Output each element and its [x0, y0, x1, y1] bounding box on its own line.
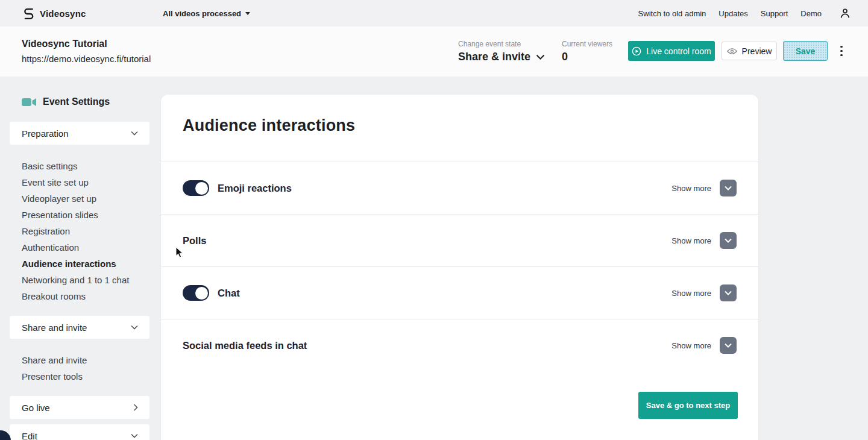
expand-row-button[interactable] — [720, 284, 737, 301]
brand-name: Videosync — [40, 8, 86, 19]
sidebar-item-registration[interactable]: Registration — [22, 223, 129, 239]
preview-button[interactable]: Preview — [722, 42, 777, 60]
row-emoji-reactions: Emoji reactions Show more — [161, 162, 758, 214]
expand-row-button[interactable] — [720, 232, 737, 249]
user-icon[interactable] — [839, 7, 851, 19]
chevron-down-icon — [725, 186, 732, 190]
section-label: Share and invite — [22, 322, 87, 333]
videosync-s-icon — [23, 7, 35, 20]
row-polls: Polls Show more — [161, 214, 758, 266]
section-label: Go live — [22, 403, 50, 413]
preview-label: Preview — [742, 46, 772, 56]
eye-icon — [727, 48, 737, 55]
brand-logo[interactable]: Videosync — [23, 7, 86, 20]
caret-down-icon — [245, 12, 250, 15]
link-switch-old-admin[interactable]: Switch to old admin — [638, 9, 706, 18]
live-control-room-label: Live control room — [646, 46, 711, 56]
event-url: https://demo.videosync.fi/tutorial — [22, 54, 151, 64]
sidebar-section-edit[interactable]: Edit — [10, 424, 149, 440]
sidebar-item-event-site-set-up[interactable]: Event site set up — [22, 174, 129, 190]
row-label: Emoji reactions — [218, 183, 292, 194]
show-more-link[interactable]: Show more — [671, 289, 711, 298]
page-title: Audience interactions — [183, 116, 355, 135]
row-chat: Chat Show more — [161, 266, 758, 319]
videos-status-label: All videos processed — [163, 9, 241, 18]
top-bar: Videosync All videos processed Switch to… — [0, 0, 868, 27]
videos-status-dropdown[interactable]: All videos processed — [163, 0, 250, 27]
expand-row-button[interactable] — [720, 337, 737, 354]
show-more-link[interactable]: Show more — [671, 341, 711, 350]
link-support[interactable]: Support — [761, 9, 788, 18]
sidebar-item-audience-interactions[interactable]: Audience interactions — [22, 256, 129, 272]
expand-row-button[interactable] — [720, 180, 737, 196]
chevron-right-icon — [133, 404, 138, 411]
current-viewers-value: 0 — [562, 51, 612, 63]
event-state-block: Change event state Share & invite — [458, 40, 545, 63]
sidebar-item-authentication[interactable]: Authentication — [22, 239, 129, 256]
section-label: Preparation — [22, 128, 69, 139]
chevron-down-icon — [536, 54, 545, 60]
event-title: Videosync Tutorial — [22, 39, 151, 49]
live-control-room-button[interactable]: Live control room — [628, 41, 715, 61]
event-title-block: Videosync Tutorial https://demo.videosyn… — [22, 39, 151, 64]
chevron-down-icon — [131, 433, 138, 438]
sidebar-item-basic-settings[interactable]: Basic settings — [22, 158, 129, 174]
show-more-link[interactable]: Show more — [671, 184, 711, 193]
current-viewers-block: Current viewers 0 — [562, 40, 612, 63]
chevron-down-icon — [131, 131, 138, 136]
show-more-link[interactable]: Show more — [671, 236, 711, 245]
row-label: Chat — [218, 288, 240, 299]
section-label: Edit — [22, 431, 37, 440]
sidebar-section-share-and-invite[interactable]: Share and invite — [10, 316, 149, 339]
row-label: Polls — [183, 235, 206, 247]
sidebar-section-preparation[interactable]: Preparation — [10, 122, 149, 145]
chevron-down-icon — [131, 325, 138, 330]
link-demo[interactable]: Demo — [800, 9, 822, 18]
save-button[interactable]: Save — [783, 41, 828, 61]
share-invite-items: Share and invite Presenter tools — [22, 352, 87, 385]
sidebar-section-go-live[interactable]: Go live — [10, 396, 149, 419]
sidebar-item-breakout-rooms[interactable]: Breakout rooms — [22, 288, 129, 304]
sidebar-item-videoplayer-set-up[interactable]: Videoplayer set up — [22, 190, 129, 207]
row-label: Social media feeds in chat — [183, 340, 307, 351]
kebab-menu-icon[interactable] — [837, 41, 846, 61]
event-header: Videosync Tutorial https://demo.videosyn… — [0, 27, 868, 77]
row-social-media-feeds: Social media feeds in chat Show more — [161, 319, 758, 371]
topbar-links: Switch to old admin Updates Support Demo — [638, 7, 851, 19]
videosync-admin-app: Videosync All videos processed Switch to… — [0, 0, 868, 440]
sidebar-item-networking-1to1-chat[interactable]: Networking and 1 to 1 chat — [22, 272, 129, 288]
chevron-down-icon — [725, 343, 732, 348]
chevron-down-icon — [725, 238, 732, 243]
save-and-next-step-button[interactable]: Save & go to next step — [638, 392, 738, 419]
current-viewers-label: Current viewers — [562, 40, 612, 48]
settings-rows: Emoji reactions Show more Polls Show m — [161, 162, 758, 371]
sidebar-item-share-and-invite[interactable]: Share and invite — [22, 352, 87, 368]
event-state-label: Change event state — [458, 40, 545, 48]
audience-interactions-panel: Audience interactions Emoji reactions Sh… — [161, 95, 758, 440]
play-circle-icon — [632, 46, 641, 56]
sidebar-item-presenter-tools[interactable]: Presenter tools — [22, 368, 87, 385]
emoji-reactions-toggle[interactable] — [183, 180, 209, 196]
link-updates[interactable]: Updates — [719, 9, 747, 18]
sidebar-title-label: Event Settings — [43, 96, 110, 107]
chat-toggle[interactable] — [183, 285, 209, 301]
preparation-items: Basic settings Event site set up Videopl… — [22, 158, 129, 304]
sidebar-title: Event Settings — [22, 96, 110, 107]
sidebar-item-presentation-slides[interactable]: Presentation slides — [22, 207, 129, 223]
event-state-dropdown[interactable]: Share & invite — [458, 51, 545, 63]
event-state-value: Share & invite — [458, 51, 530, 63]
video-camera-icon — [22, 98, 37, 107]
chevron-down-icon — [725, 291, 732, 295]
save-label: Save — [796, 46, 816, 56]
